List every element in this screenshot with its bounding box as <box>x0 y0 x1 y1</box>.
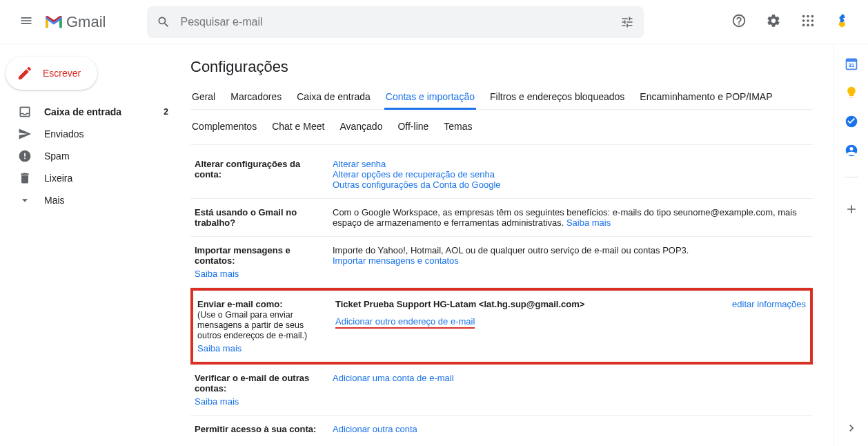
tasks-icon[interactable] <box>845 115 858 128</box>
sendas-account: Ticket Prueba Support HG-Latam <lat.hg.s… <box>335 299 584 309</box>
row-grant-label: Permitir acesso à sua conta: <box>195 424 333 434</box>
compose-label: Escrever <box>43 68 81 79</box>
svg-point-5 <box>811 19 814 22</box>
row-workspace-label: Está usando o Gmail no trabalho? <box>195 207 333 228</box>
link-sendas-saiba[interactable]: Saiba mais <box>197 343 327 353</box>
sidebar: Escrever Caixa de entrada 2 Enviados Spa… <box>0 44 177 446</box>
row-send-as-highlighted: Enviar e-mail como: (Use o Gmail para en… <box>190 288 813 365</box>
svg-point-4 <box>807 19 809 22</box>
import-text: Importe do Yahoo!, Hotmail, AOL ou de qu… <box>333 245 689 255</box>
link-import-saiba[interactable]: Saiba mais <box>195 269 324 279</box>
svg-text:31: 31 <box>848 62 854 68</box>
gmail-logo[interactable]: Gmail <box>44 13 106 31</box>
svg-point-1 <box>807 15 809 18</box>
row-account-label: Alterar configurações da conta: <box>195 159 333 190</box>
row-import-label: Importar mensagens e contatos: <box>195 245 290 266</box>
nav-inbox[interactable]: Caixa de entrada 2 <box>0 101 177 123</box>
tab-contas[interactable]: Contas e importação <box>384 86 476 110</box>
account-avatar[interactable] <box>828 6 857 37</box>
nav-trash[interactable]: Lixeira <box>0 167 177 189</box>
gmail-text: Gmail <box>66 13 106 31</box>
settings-tabs-row2: Complementos Chat e Meet Avançado Off-li… <box>190 115 813 145</box>
tab-complementos[interactable]: Complementos <box>190 115 258 137</box>
row-import: Importar mensagens e contatos: Saiba mai… <box>190 237 813 288</box>
main-menu-icon[interactable] <box>11 6 41 38</box>
link-recovery-options[interactable]: Alterar opções de recuperação de senha <box>333 169 495 180</box>
tab-offline[interactable]: Off-line <box>396 115 430 137</box>
link-other-google-settings[interactable]: Outras configurações da Conta do Google <box>333 180 501 190</box>
svg-rect-10 <box>846 59 856 61</box>
svg-point-2 <box>811 15 814 18</box>
side-panel: 31 <box>834 44 868 446</box>
header: Gmail <box>0 0 868 44</box>
add-addon-icon[interactable] <box>845 202 858 216</box>
calendar-icon[interactable]: 31 <box>845 57 858 70</box>
tab-temas[interactable]: Temas <box>442 115 473 137</box>
compose-button[interactable]: Escrever <box>6 57 97 90</box>
row-grant-access: Permitir acesso à sua conta: Adicionar o… <box>190 416 813 443</box>
svg-point-8 <box>811 24 814 27</box>
tab-filtros[interactable]: Filtros e endereços bloqueados <box>489 86 626 109</box>
row-workspace: Está usando o Gmail no trabalho? Com o G… <box>190 199 813 237</box>
settings-icon[interactable] <box>759 6 788 37</box>
page-title: Configurações <box>190 58 813 76</box>
link-workspace-saiba[interactable]: Saiba mais <box>566 217 611 228</box>
header-right <box>724 6 857 37</box>
tab-chat[interactable]: Chat e Meet <box>270 115 326 137</box>
tab-inbox[interactable]: Caixa de entrada <box>295 86 372 109</box>
keep-icon[interactable] <box>845 86 858 99</box>
nav-spam[interactable]: Spam <box>0 145 177 167</box>
main-content: Configurações Geral Marcadores Caixa de … <box>177 44 834 446</box>
apps-icon[interactable] <box>793 6 822 37</box>
workspace-text: Com o Google Workspace, as empresas têm … <box>333 207 797 228</box>
svg-point-6 <box>802 24 805 27</box>
search-icon <box>157 15 170 29</box>
link-edit-info[interactable]: editar informações <box>732 299 806 309</box>
svg-point-14 <box>849 147 853 151</box>
inbox-count: 2 <box>164 107 168 117</box>
help-icon[interactable] <box>724 6 753 37</box>
link-add-email-account[interactable]: Adicionar uma conta de e-mail <box>333 373 454 383</box>
link-add-another-email[interactable]: Adicionar outro endereço de e-mail <box>335 316 475 329</box>
row-check-label: Verificar o e-mail de outras contas: <box>195 373 309 394</box>
svg-point-3 <box>802 19 805 22</box>
link-check-saiba[interactable]: Saiba mais <box>195 396 324 407</box>
tab-geral[interactable]: Geral <box>190 86 217 109</box>
tab-avancado[interactable]: Avançado <box>338 115 384 137</box>
search-input[interactable] <box>180 16 620 28</box>
nav-sent[interactable]: Enviados <box>0 123 177 145</box>
link-add-another-account[interactable]: Adicionar outra conta <box>333 424 417 434</box>
tab-marcadores[interactable]: Marcadores <box>229 86 283 109</box>
row-sendas-sub: (Use o Gmail para enviar mensagens a par… <box>197 310 307 340</box>
nav-more[interactable]: Mais <box>0 189 177 211</box>
link-import-messages[interactable]: Importar mensagens e contatos <box>333 255 459 266</box>
link-change-password[interactable]: Alterar senha <box>333 159 386 169</box>
svg-point-0 <box>802 15 805 18</box>
row-account-settings: Alterar configurações da conta: Alterar … <box>190 151 813 199</box>
tab-forward[interactable]: Encaminhamento e POP/IMAP <box>638 86 773 109</box>
contacts-icon[interactable] <box>845 144 858 157</box>
row-check-other: Verificar o e-mail de outras contas: Sai… <box>190 365 813 416</box>
hide-panel-icon[interactable] <box>845 421 858 435</box>
search-bar[interactable] <box>147 6 644 38</box>
svg-point-7 <box>807 24 809 27</box>
search-options-icon[interactable] <box>620 15 634 29</box>
settings-tabs-row1: Geral Marcadores Caixa de entrada Contas… <box>190 86 813 110</box>
row-sendas-label: Enviar e-mail como: <box>197 299 283 309</box>
